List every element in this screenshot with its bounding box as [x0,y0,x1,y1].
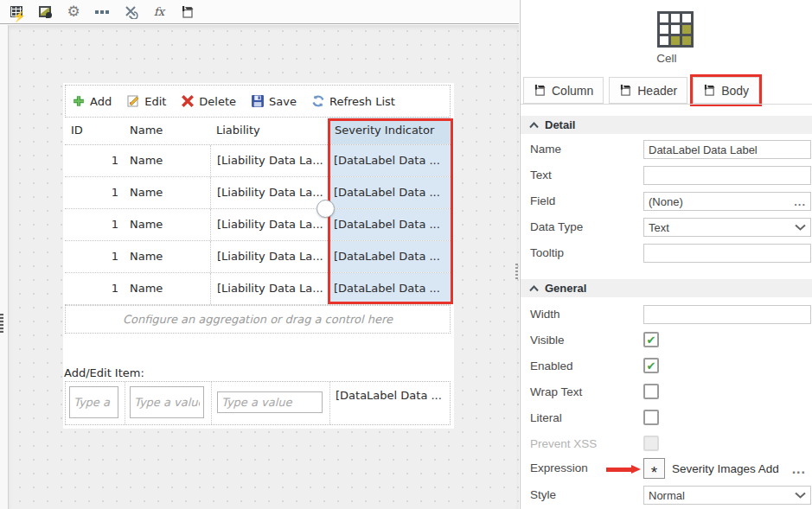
visible-label: Visible [530,330,565,351]
cell-severity[interactable]: [DataLabel Data ... [329,273,451,304]
tooltip-label: Tooltip [530,243,564,264]
name-field[interactable] [643,140,811,159]
tab-body[interactable]: Body [693,77,759,104]
control-tag-icon[interactable] [179,3,196,21]
literal-checkbox[interactable] [643,410,659,425]
cell-severity[interactable]: [DataLabel Data ... [329,145,451,176]
cell-id[interactable]: 1 [65,145,124,176]
left-splitter-grip[interactable] [0,314,3,333]
more-options-icon[interactable] [93,3,111,21]
expression-fx-icon[interactable]: fx [150,3,168,21]
id-input[interactable] [69,386,118,418]
annotation-red-arrow [606,465,641,474]
cell-severity[interactable]: [DataLabel Data ... [329,241,451,272]
property-row-data-type: Data Type Text [521,217,812,238]
cell-id[interactable]: 1 [65,177,124,208]
severity-data-label[interactable]: [DataLabel Data ... [330,382,450,402]
text-field[interactable] [643,166,811,185]
cell-liability[interactable]: [Liability Data La... [210,145,329,176]
column-header-liability[interactable]: Liability [210,118,329,144]
ellipsis-more-icon[interactable]: ... [792,458,806,480]
table-row[interactable]: 1 Name [Liability Data La... [DataLabel … [65,241,451,273]
column-header-severity-indicator[interactable]: Severity Indicator [329,118,451,144]
list-view-datasource-icon[interactable]: ⚡ [8,3,25,21]
control-tag-icon [619,84,632,97]
drag-handle[interactable] [316,200,335,218]
panel-splitter-grip[interactable] [515,264,518,279]
data-type-select[interactable]: Text [643,218,811,237]
style-preview-icon[interactable] [36,3,54,21]
property-row-text: Text [521,165,812,186]
list-view-header-row: ID Name Liability Severity Indicator [65,118,451,145]
column-header-id[interactable]: ID [65,118,124,144]
add-edit-cell [66,382,125,424]
tab-column-label: Column [552,84,593,98]
cell-liability[interactable]: [Liability Data La... [210,241,329,272]
add-edit-cell [211,382,329,424]
list-view-toolbar: Add Edit Delete [65,85,451,118]
chevron-down-icon [795,224,806,231]
section-title: Detail [545,118,575,131]
field-value: (None) [649,195,683,208]
add-button[interactable]: Add [72,94,112,108]
visible-checkbox[interactable] [643,332,659,347]
property-row-name: Name [521,139,812,160]
refresh-icon [311,94,325,108]
cell-name[interactable]: Name [124,145,210,176]
table-row[interactable]: 1 Name [Liability Data La... [DataLabel … [65,273,451,305]
cell-name[interactable]: Name [124,273,210,304]
cell-severity[interactable]: [DataLabel Data ... [329,209,451,240]
section-title: General [545,282,586,295]
cell-liability[interactable]: [Liability Data La... [210,209,329,240]
save-button[interactable]: Save [251,94,297,108]
prevent-xss-label: Prevent XSS [530,434,597,455]
width-label: Width [530,304,560,325]
change-control-icon[interactable] [122,3,139,21]
cell-id[interactable]: 1 [65,273,124,304]
cell-control-icon [657,11,694,48]
control-tag-icon [534,84,547,97]
ellipsis-more-icon[interactable]: ... [794,195,806,208]
style-select[interactable]: Normal [643,486,811,505]
table-row[interactable]: 1 Name [Liability Data La... [DataLabel … [65,145,451,177]
style-value: Normal [649,489,685,502]
settings-gear-icon[interactable]: ⚙ [65,3,82,21]
column-header-name[interactable]: Name [124,118,210,144]
field-picker[interactable]: (None) ... [643,192,811,211]
style-label: Style [530,485,556,506]
field-label: Field [530,191,555,212]
edit-button[interactable]: Edit [126,94,166,108]
cell-severity[interactable]: [DataLabel Data ... [329,177,451,208]
wrap-text-checkbox[interactable] [643,384,659,399]
properties-panel: Cell Column Header Body Detail Name [520,0,812,509]
property-row-literal: Literal [521,408,812,429]
name-input[interactable] [130,386,204,418]
property-row-style: Style Normal [521,485,812,506]
cell-liability[interactable]: [Liability Data La... [210,273,329,304]
enabled-checkbox[interactable] [643,358,659,373]
refresh-list-button[interactable]: Refresh List [311,94,395,108]
table-row[interactable]: 1 Name [Liability Data La... [DataLabel … [65,209,451,241]
collapse-chevron-icon [529,285,539,292]
tab-header[interactable]: Header [609,77,687,104]
cell-liability[interactable]: [Liability Data La... [210,177,329,208]
tab-column[interactable]: Column [523,77,604,104]
delete-icon [181,94,195,108]
liability-input[interactable] [217,391,323,413]
section-header-general[interactable]: General [521,279,812,297]
list-view-control[interactable]: Add Edit Delete [63,83,454,429]
aggregation-drop-zone[interactable]: Configure an aggregation or drag a contr… [65,305,451,334]
section-header-detail[interactable]: Detail [521,116,812,134]
delete-button[interactable]: Delete [181,94,236,108]
cell-name[interactable]: Name [124,177,210,208]
cell-id[interactable]: 1 [65,241,124,272]
cell-name[interactable]: Name [124,241,210,272]
cell-name[interactable]: Name [124,209,210,240]
expression-editor-button[interactable]: * [643,458,665,479]
add-label: Add [90,95,112,108]
width-field[interactable] [643,305,811,324]
tooltip-field[interactable] [643,244,811,263]
table-row[interactable]: 1 Name [Liability Data La... [DataLabel … [65,177,451,209]
cell-id[interactable]: 1 [65,209,124,240]
wrap-text-label: Wrap Text [530,382,582,403]
